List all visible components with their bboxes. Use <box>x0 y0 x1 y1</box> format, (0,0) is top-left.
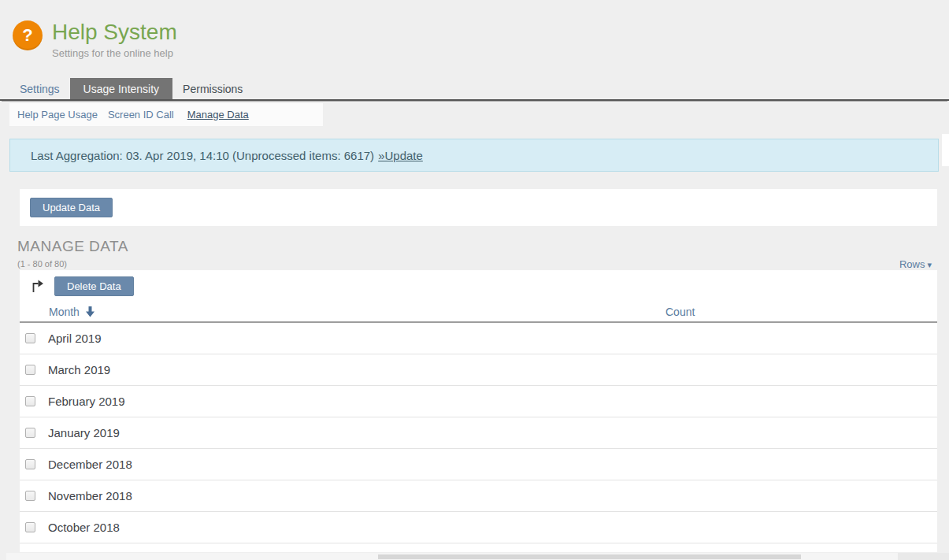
tab-bar: Settings Usage Intensity Permissions <box>0 78 949 101</box>
last-aggregation-text: Last Aggregation: 03. Apr 2019, 14:10 (U… <box>31 149 374 162</box>
tab-permissions[interactable]: Permissions <box>172 78 253 99</box>
page: ? Help System Settings for the online he… <box>0 0 949 560</box>
month-cell: November 2018 <box>48 489 652 503</box>
chevron-down-icon: ▾ <box>927 260 932 269</box>
rows-dropdown[interactable]: Rows▾ <box>899 258 932 270</box>
rows-dropdown-label: Rows <box>899 258 925 270</box>
horizontal-scrollbar[interactable] <box>6 553 898 560</box>
month-column-label: Month <box>49 306 80 318</box>
tab-settings[interactable]: Settings <box>9 78 70 99</box>
month-cell: January 2019 <box>48 426 652 439</box>
row-checkbox[interactable] <box>25 333 35 343</box>
table-row: October 2018 <box>20 512 937 543</box>
sort-descending-icon <box>85 306 95 317</box>
table-header-row: Month Count <box>20 302 937 323</box>
horizontal-scrollbar-end <box>898 553 949 560</box>
vertical-scrollbar-sliver <box>942 134 949 166</box>
last-aggregation-info-bar: Last Aggregation: 03. Apr 2019, 14:10 (U… <box>9 139 939 172</box>
pagination-info: (1 - 80 of 80) <box>17 259 67 269</box>
action-strip: Update Data <box>20 189 937 226</box>
table-row: April 2019 <box>20 323 937 354</box>
update-data-button[interactable]: Update Data <box>30 198 113 217</box>
manage-data-table: Delete Data Month Count April 2019 March… <box>20 270 937 552</box>
delete-data-button[interactable]: Delete Data <box>54 276 134 296</box>
month-cell: April 2019 <box>48 332 652 345</box>
row-checkbox[interactable] <box>25 365 35 375</box>
row-checkbox[interactable] <box>25 396 35 406</box>
month-cell: December 2018 <box>48 458 652 471</box>
app-header: ? Help System Settings for the online he… <box>13 20 177 59</box>
tab-usage-intensity[interactable]: Usage Intensity <box>70 78 173 99</box>
page-subtitle: Settings for the online help <box>52 47 177 59</box>
table-row: February 2019 <box>20 386 937 417</box>
table-row: March 2019 <box>20 354 937 386</box>
subnav-screen-id-call[interactable]: Screen ID Call <box>108 109 174 121</box>
table-toolbar: Delete Data <box>20 270 937 302</box>
table-row: January 2019 <box>20 417 937 449</box>
section-title: MANAGE DATA <box>17 238 128 255</box>
row-checkbox[interactable] <box>25 522 35 532</box>
page-title: Help System <box>52 20 177 44</box>
table-row: November 2018 <box>20 480 937 512</box>
forward-arrow-icon[interactable] <box>30 279 44 293</box>
month-cell: October 2018 <box>48 521 652 534</box>
row-checkbox[interactable] <box>25 428 35 438</box>
update-link[interactable]: »Update <box>378 149 423 162</box>
row-checkbox[interactable] <box>25 491 35 501</box>
help-question-icon: ? <box>13 20 43 50</box>
subnav-manage-data[interactable]: Manage Data <box>187 109 249 121</box>
table-row: December 2018 <box>20 449 937 480</box>
month-cell: March 2019 <box>48 363 652 376</box>
column-header-count[interactable]: Count <box>665 306 695 318</box>
subnav-help-page-usage[interactable]: Help Page Usage <box>17 109 98 121</box>
subnav: Help Page Usage Screen ID Call Manage Da… <box>9 103 323 126</box>
column-header-month[interactable]: Month <box>49 306 665 318</box>
horizontal-scrollbar-thumb[interactable] <box>378 554 801 559</box>
row-checkbox[interactable] <box>25 459 35 469</box>
month-cell: February 2019 <box>48 395 652 408</box>
